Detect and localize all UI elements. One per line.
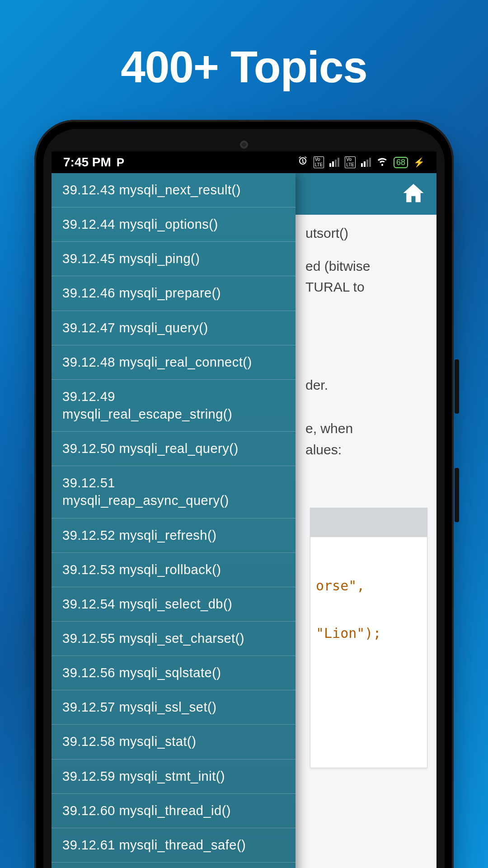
phone-notch-camera [240, 141, 248, 149]
status-p-badge: P [117, 156, 124, 170]
content-fragment: alues: [305, 439, 429, 461]
content-behind-drawer: utsort() ed (bitwise TURAL to der. e, wh… [301, 215, 436, 468]
drawer-item[interactable]: 39.12.56 mysqli_sqlstate() [52, 656, 296, 690]
code-block-header [310, 508, 427, 537]
code-line: orse", [316, 578, 422, 594]
content-fragment: TURAL to [305, 277, 429, 298]
alarm-icon [297, 156, 308, 170]
code-line: "Lion"); [316, 625, 422, 641]
drawer-item[interactable]: 39.12.58 mysqli_stat() [52, 725, 296, 759]
drawer-item[interactable]: 39.12.59 mysqli_stmt_init() [52, 760, 296, 794]
drawer-item[interactable]: 39.12.51 mysqli_reap_async_query() [52, 466, 296, 518]
content-fragment: e, when [305, 418, 429, 439]
drawer-item[interactable]: 39.12.62 mysqli_use_result() [52, 863, 296, 868]
volte-badge: VoLTE [345, 156, 356, 168]
drawer-item[interactable]: 39.12.55 mysqli_set_charset() [52, 622, 296, 656]
volte-badge: VoLTE [314, 156, 324, 168]
content-fragment: der. [305, 375, 429, 396]
drawer-item[interactable]: 39.12.49 mysqli_real_escape_string() [52, 380, 296, 432]
content-fragment: ed (bitwise [305, 256, 429, 277]
phone-frame: 7:45 PM P VoLTE VoLTE 68 ⚡ [34, 120, 454, 868]
drawer-item[interactable]: 39.12.50 mysqli_real_query() [52, 432, 296, 466]
drawer-item[interactable]: 39.12.60 mysqli_thread_id() [52, 794, 296, 828]
charging-icon: ⚡ [413, 157, 425, 168]
phone-screen: 7:45 PM P VoLTE VoLTE 68 ⚡ [52, 151, 436, 868]
signal-icon [329, 158, 339, 167]
drawer-item[interactable]: 39.12.48 mysqli_real_connect() [52, 345, 296, 380]
status-bar: 7:45 PM P VoLTE VoLTE 68 ⚡ [52, 151, 436, 173]
drawer-item[interactable]: 39.12.57 mysqli_ssl_set() [52, 690, 296, 725]
code-block: orse", "Lion"); [310, 508, 427, 768]
drawer-item[interactable]: 39.12.43 mysqli_next_result() [52, 173, 296, 208]
drawer-item[interactable]: 39.12.52 mysqli_refresh() [52, 519, 296, 553]
status-time: 7:45 PM [63, 155, 111, 170]
content-fragment: utsort() [305, 223, 429, 244]
drawer-item[interactable]: 39.12.46 mysqli_prepare() [52, 276, 296, 311]
drawer-item[interactable]: 39.12.44 mysqli_options() [52, 208, 296, 242]
drawer-item[interactable]: 39.12.45 mysqli_ping() [52, 242, 296, 276]
phone-side-button [455, 468, 459, 522]
signal-icon [361, 158, 371, 167]
drawer-item[interactable]: 39.12.47 mysqli_query() [52, 311, 296, 345]
battery-indicator: 68 [394, 157, 408, 168]
wifi-icon [376, 155, 388, 170]
drawer-item[interactable]: 39.12.54 mysqli_select_db() [52, 587, 296, 622]
hero-title: 400+ Topics [0, 42, 488, 93]
home-icon[interactable] [401, 181, 426, 207]
drawer-item[interactable]: 39.12.53 mysqli_rollback() [52, 553, 296, 587]
phone-side-button [455, 359, 459, 414]
drawer-item[interactable]: 39.12.61 mysqli_thread_safe() [52, 828, 296, 863]
nav-drawer[interactable]: 39.12.43 mysqli_next_result()39.12.44 my… [52, 173, 296, 868]
